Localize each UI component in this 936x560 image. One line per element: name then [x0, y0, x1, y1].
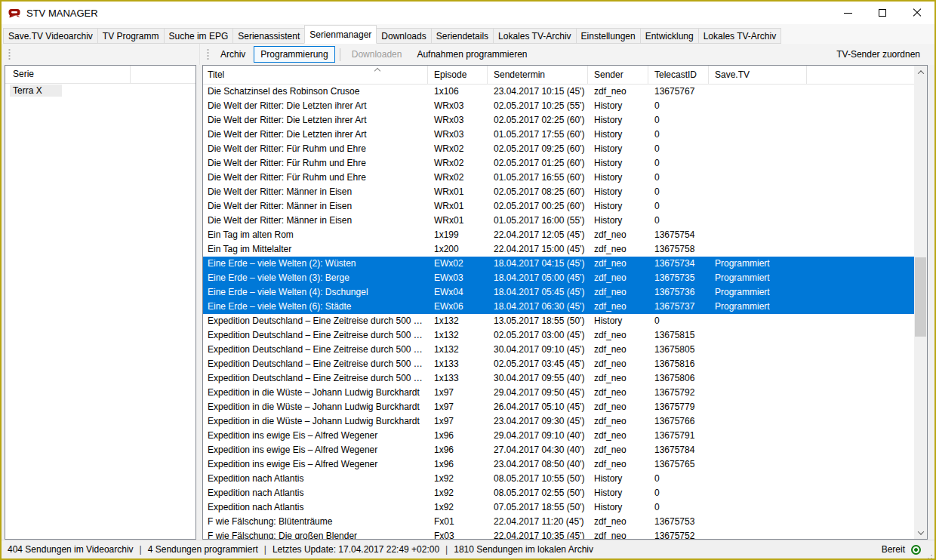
cell-save-tv	[709, 472, 807, 486]
cell-sender: zdf_neo	[588, 443, 648, 457]
cell-episode: EWx04	[428, 285, 488, 300]
scroll-up-button[interactable]	[914, 66, 927, 78]
cell-episode: 1x133	[428, 357, 488, 371]
table-row[interactable]: Die Welt der Ritter: Die Letzten ihrer A…	[203, 99, 914, 113]
table-row[interactable]: Expedition ins ewige Eis – Alfred Wegene…	[203, 457, 914, 472]
table-row[interactable]: Expedition Deutschland – Eine Zeitreise …	[203, 343, 914, 357]
cell-titel: Expedition Deutschland – Eine Zeitreise …	[203, 343, 428, 357]
tab-lokales-tv-archiv[interactable]: Lokales TV-Archiv	[493, 28, 577, 44]
statusbar-right: Bereit	[882, 544, 921, 555]
archiv-button[interactable]: Archiv	[214, 46, 252, 63]
cell-episode: 1x199	[428, 228, 488, 242]
table-row[interactable]: Die Welt der Ritter: Die Letzten ihrer A…	[203, 128, 914, 142]
tab-serienmanager[interactable]: Serienmanager	[304, 25, 377, 44]
cell-titel: Expedition in die Wüste – Johann Ludwig …	[203, 400, 428, 414]
table-row[interactable]: Eine Erde – viele Welten (6): StädteEWx0…	[203, 300, 914, 314]
tab-seriendetails[interactable]: Seriendetails	[431, 28, 494, 44]
column-header-label: Save.TV	[715, 69, 750, 80]
cell-sender: History	[588, 486, 648, 500]
table-row[interactable]: Ein Tag im Mittelalter1x20022.04.2017 15…	[203, 242, 914, 257]
programmierung-button[interactable]: Programmierung	[254, 46, 334, 63]
resize-grip-icon[interactable]	[931, 555, 932, 556]
cell-telecast-id: 0	[648, 185, 709, 199]
chevron-up-icon	[917, 70, 923, 76]
tab-lokales-tv-archiv[interactable]: Lokales TV-Archiv	[698, 28, 782, 44]
column-header-titel[interactable]: Titel	[203, 66, 428, 84]
vertical-scrollbar[interactable]	[914, 66, 927, 539]
title-bar: STV MANAGER	[2, 2, 934, 24]
scroll-down-button[interactable]	[914, 526, 927, 539]
cell-episode: 1x96	[428, 429, 488, 443]
cell-save-tv	[709, 99, 807, 113]
cell-sendetermin: 02.05.2017 02:25 (60')	[488, 113, 588, 128]
cell-sendetermin: 02.05.2017 09:25 (60')	[488, 142, 588, 156]
tab-suche-im-epg[interactable]: Suche im EPG	[164, 28, 234, 44]
table-row[interactable]: Expedition in die Wüste – Johann Ludwig …	[203, 400, 914, 414]
series-list: Terra X	[5, 84, 196, 98]
cell-titel: Expedition ins ewige Eis – Alfred Wegene…	[203, 443, 428, 457]
table-row[interactable]: Expedition nach Atlantis1x9208.05.2017 0…	[203, 486, 914, 500]
table-row[interactable]: Expedition nach Atlantis1x9208.05.2017 1…	[203, 472, 914, 486]
column-header-sendetermin[interactable]: Sendetermin	[488, 66, 588, 84]
tab-entwicklung[interactable]: Entwicklung	[640, 28, 699, 44]
tab-serienassistent[interactable]: Serienassistent	[232, 28, 305, 44]
cell-sender: History	[588, 214, 648, 228]
cell-telecast-id: 13675792	[648, 386, 709, 400]
table-row[interactable]: Ein Tag im alten Rom1x19922.04.2017 12:0…	[203, 228, 914, 242]
table-row[interactable]: Die Welt der Ritter: Die Letzten ihrer A…	[203, 113, 914, 128]
tab-tv-programm[interactable]: TV Programm	[97, 28, 165, 44]
statusbar-segment: 1810 Sendungen im lokalen Archiv	[454, 544, 593, 555]
scrollbar-thumb[interactable]	[915, 257, 926, 337]
cell-sendetermin: 02.05.2017 08:25 (60')	[488, 185, 588, 199]
table-row[interactable]: Eine Erde – viele Welten (2): WüstenEWx0…	[203, 257, 914, 271]
table-row[interactable]: Eine Erde – viele Welten (3): BergeEWx03…	[203, 271, 914, 285]
tab-downloads[interactable]: Downloads	[376, 28, 431, 44]
downloaden-button[interactable]: Downloaden	[345, 46, 409, 63]
table-row[interactable]: Expedition in die Wüste – Johann Ludwig …	[203, 386, 914, 400]
table-row[interactable]: Die Schatzinsel des Robinson Crusoe1x106…	[203, 85, 914, 99]
cell-episode: 1x132	[428, 314, 488, 328]
tab-save-tv-videoarchiv[interactable]: Save.TV Videoarchiv	[3, 28, 98, 44]
aufnahmen-programmieren-button[interactable]: Aufnahmen programmieren	[410, 46, 534, 63]
cell-sender: History	[588, 185, 648, 199]
table-row[interactable]: Eine Erde – viele Welten (4): DschungelE…	[203, 285, 914, 300]
cell-titel: Expedition nach Atlantis	[203, 486, 428, 500]
cell-titel: Die Welt der Ritter: Die Letzten ihrer A…	[203, 113, 428, 128]
column-header-serie[interactable]: Serie	[5, 66, 131, 83]
cell-save-tv	[709, 199, 807, 214]
cell-sendetermin: 18.04.2017 04:15 (45')	[488, 257, 588, 271]
column-header-sender[interactable]: Sender	[588, 66, 648, 84]
tv-sender-zuordnen-button[interactable]: TV-Sender zuordnen	[830, 46, 927, 63]
cell-episode: 1x97	[428, 400, 488, 414]
table-row[interactable]: Die Welt der Ritter: Männer in EisenWRx0…	[203, 214, 914, 228]
maximize-button[interactable]	[865, 2, 900, 24]
table-row[interactable]: F wie Fälschung: Die großen BlenderFx032…	[203, 529, 914, 539]
close-button[interactable]	[900, 2, 934, 24]
table-row[interactable]: Die Welt der Ritter: Für Ruhm und EhreWR…	[203, 171, 914, 185]
chevron-down-icon	[917, 528, 923, 534]
table-row[interactable]: Die Welt der Ritter: Für Ruhm und EhreWR…	[203, 156, 914, 171]
cell-titel: Expedition ins ewige Eis – Alfred Wegene…	[203, 457, 428, 472]
table-row[interactable]: Expedition Deutschland – Eine Zeitreise …	[203, 371, 914, 386]
cell-titel: Die Welt der Ritter: Für Ruhm und Ehre	[203, 171, 428, 185]
column-header-telecastid[interactable]: TelecastID	[648, 66, 709, 84]
table-row[interactable]: Expedition nach Atlantis1x9207.05.2017 1…	[203, 500, 914, 515]
tab-einstellungen[interactable]: Einstellungen	[576, 28, 641, 44]
cell-titel: Expedition Deutschland – Eine Zeitreise …	[203, 328, 428, 343]
table-row[interactable]: Die Welt der Ritter: Für Ruhm und EhreWR…	[203, 142, 914, 156]
table-row[interactable]: Die Welt der Ritter: Männer in EisenWRx0…	[203, 199, 914, 214]
cell-titel: Expedition nach Atlantis	[203, 500, 428, 515]
table-row[interactable]: Expedition Deutschland – Eine Zeitreise …	[203, 357, 914, 371]
column-header-episode[interactable]: Episode	[428, 66, 488, 84]
table-row[interactable]: Expedition ins ewige Eis – Alfred Wegene…	[203, 429, 914, 443]
table-row[interactable]: F wie Fälschung: BlütenträumeFx0122.04.2…	[203, 515, 914, 529]
cell-episode: EWx03	[428, 271, 488, 285]
table-row[interactable]: Expedition Deutschland – Eine Zeitreise …	[203, 328, 914, 343]
column-header-save-tv[interactable]: Save.TV	[709, 66, 807, 84]
table-row[interactable]: Expedition ins ewige Eis – Alfred Wegene…	[203, 443, 914, 457]
table-row[interactable]: Die Welt der Ritter: Männer in EisenWRx0…	[203, 185, 914, 199]
series-list-item[interactable]: Terra X	[5, 84, 196, 98]
table-row[interactable]: Expedition Deutschland – Eine Zeitreise …	[203, 314, 914, 328]
minimize-button[interactable]	[830, 2, 865, 24]
table-row[interactable]: Expedition in die Wüste – Johann Ludwig …	[203, 414, 914, 429]
